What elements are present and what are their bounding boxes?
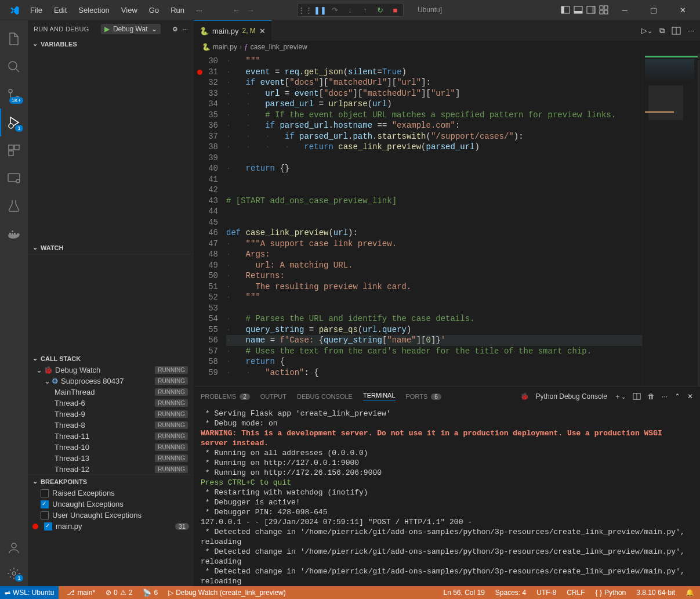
section-breakpoints-header[interactable]: ⌄BREAKPOINTS — [28, 475, 194, 488]
debug-step-over-icon[interactable]: ↷ — [330, 5, 340, 15]
sb-branch[interactable]: ⎇main* — [64, 589, 97, 597]
checkbox[interactable] — [41, 500, 49, 508]
debug-alt-icon[interactable]: ⧉ — [659, 26, 665, 35]
checkbox[interactable] — [41, 511, 49, 519]
debug-settings-icon[interactable]: ⚙ — [172, 26, 178, 33]
start-debug-icon[interactable]: ▶ — [104, 25, 110, 33]
debug-config-select[interactable]: ▶ Debug Wat ⌄ — [101, 24, 161, 34]
terminal-trash-icon[interactable]: 🗑 — [648, 392, 655, 400]
callstack-row[interactable]: Thread-8RUNNING — [28, 420, 194, 431]
panel-tab-debug-console[interactable]: DEBUG CONSOLE — [297, 393, 353, 400]
breakpoint-row[interactable]: User Uncaught Exceptions — [28, 510, 194, 521]
callstack-row[interactable]: Thread-12RUNNING — [28, 464, 194, 475]
editor-tab-main[interactable]: 🐍 main.py 2, M ✕ — [194, 20, 272, 41]
activity-search-icon[interactable] — [0, 53, 28, 81]
breadcrumb-file[interactable]: main.py — [213, 43, 237, 51]
sb-ports[interactable]: 📡6 — [140, 589, 160, 597]
sb-debug-target[interactable]: ▷Debug Watch (create_link_preview) — [166, 589, 288, 597]
terminal-split-icon[interactable] — [633, 392, 641, 400]
terminal-content[interactable]: * Serving Flask app 'create_link_preview… — [194, 406, 700, 586]
checkbox[interactable] — [44, 522, 52, 531]
window-maximize-icon[interactable]: ▢ — [641, 1, 666, 19]
sb-cursor[interactable]: Ln 56, Col 19 — [441, 589, 487, 597]
activity-extensions-icon[interactable] — [0, 136, 28, 164]
callstack-row[interactable]: Thread-13RUNNING — [28, 453, 194, 464]
activity-docker-icon[interactable] — [0, 220, 28, 248]
section-callstack-header[interactable]: ⌄CALL STACK — [28, 352, 194, 365]
debug-drag-icon[interactable]: ⋮⋮ — [300, 5, 310, 15]
menu-more-icon[interactable]: ··· — [191, 3, 207, 17]
panel-tab-output[interactable]: OUTPUT — [260, 393, 286, 400]
cs-name: Thread-13 — [55, 454, 89, 463]
panel-tab-terminal[interactable]: TERMINAL — [363, 392, 396, 401]
menu-go[interactable]: Go — [144, 3, 164, 17]
split-editor-icon[interactable] — [672, 26, 681, 35]
callstack-row[interactable]: MainThreadRUNNING — [28, 387, 194, 398]
callstack-row[interactable]: Thread-9RUNNING — [28, 409, 194, 420]
section-watch-header[interactable]: ⌄WATCH — [28, 241, 194, 254]
panel-close-icon[interactable]: ✕ — [687, 392, 693, 400]
menu-selection[interactable]: Selection — [74, 3, 114, 17]
sb-notifications-icon[interactable]: 🔔 — [683, 589, 697, 597]
run-file-icon[interactable]: ▷⌄ — [641, 26, 652, 35]
activity-settings-icon[interactable]: 1 — [0, 561, 28, 586]
sb-lang[interactable]: { }Python — [593, 589, 629, 597]
terminal-more-icon[interactable]: ··· — [662, 392, 668, 400]
layout-customize-icon[interactable] — [599, 5, 608, 15]
menu-edit[interactable]: Edit — [49, 3, 71, 17]
window-close-icon[interactable]: ✕ — [670, 1, 695, 19]
menu-run[interactable]: Run — [166, 3, 189, 17]
debug-step-into-icon[interactable]: ↓ — [345, 5, 356, 15]
panel-maximize-icon[interactable]: ⌃ — [674, 392, 680, 400]
nav-back-icon[interactable]: ← — [233, 6, 240, 15]
layout-bottom-icon[interactable] — [574, 5, 583, 15]
layout-secondary-icon[interactable] — [586, 5, 596, 15]
activity-account-icon[interactable] — [0, 535, 28, 561]
breakpoint-row[interactable]: Uncaught Exceptions — [28, 499, 194, 510]
activity-debug-icon[interactable]: 1 — [0, 109, 28, 136]
svg-point-10 — [9, 62, 17, 70]
breadcrumb[interactable]: 🐍 main.py › ƒ case_link_preview — [194, 41, 700, 53]
callstack-row[interactable]: Thread-6RUNNING — [28, 398, 194, 409]
panel-tab-ports[interactable]: PORTS6 — [406, 393, 441, 400]
layout-primary-icon[interactable] — [561, 5, 570, 15]
callstack-row[interactable]: ⌄🐞Debug WatchRUNNING — [28, 365, 194, 376]
sb-spaces[interactable]: Spaces: 4 — [493, 589, 528, 597]
tab-close-icon[interactable]: ✕ — [259, 27, 266, 35]
debug-step-out-icon[interactable]: ↑ — [360, 5, 371, 15]
sb-eol[interactable]: CRLF — [564, 589, 587, 597]
callstack-row[interactable]: ⌄⚙Subprocess 80437RUNNING — [28, 376, 194, 387]
terminal-new-icon[interactable]: ＋⌄ — [614, 392, 626, 402]
vscode-logo-icon — [9, 5, 19, 15]
editor-more-icon[interactable]: ··· — [688, 26, 694, 35]
cs-status: RUNNING — [155, 377, 188, 385]
debug-more-icon[interactable]: ··· — [183, 26, 188, 33]
menu-view[interactable]: View — [117, 3, 142, 17]
code-editor[interactable]: 3031323334353637383940414243444546474849… — [194, 53, 700, 386]
callstack-row[interactable]: Thread-11RUNNING — [28, 431, 194, 442]
debug-restart-icon[interactable]: ↻ — [375, 5, 386, 15]
sb-interpreter[interactable]: 3.8.10 64-bit — [634, 589, 677, 597]
breakpoint-row[interactable]: main.py31 — [28, 521, 194, 532]
activity-remote-icon[interactable] — [0, 164, 28, 192]
activity-explorer-icon[interactable] — [0, 25, 28, 53]
minimap[interactable] — [642, 53, 700, 386]
breakpoint-row[interactable]: Raised Exceptions — [28, 488, 194, 499]
checkbox[interactable] — [41, 489, 49, 497]
section-variables-header[interactable]: ⌄VARIABLES — [28, 38, 194, 50]
sb-encoding[interactable]: UTF-8 — [534, 589, 558, 597]
panel-tab-problems[interactable]: PROBLEMS2 — [201, 393, 250, 400]
sb-remote[interactable]: ⇌WSL: Ubuntu — [0, 586, 59, 599]
activity-testing-icon[interactable] — [0, 192, 28, 220]
terminal-name[interactable]: Python Debug Console — [536, 392, 607, 400]
breadcrumb-symbol[interactable]: case_link_preview — [251, 43, 307, 51]
debug-pause-icon[interactable]: ❚❚ — [315, 5, 325, 15]
activity-source-control-icon[interactable]: 1K+ — [0, 81, 28, 109]
callstack-row[interactable]: Thread-10RUNNING — [28, 442, 194, 453]
svg-point-23 — [12, 543, 16, 548]
nav-forward-icon[interactable]: → — [247, 6, 255, 15]
menu-file[interactable]: File — [26, 3, 47, 17]
sb-problems[interactable]: ⊘0 ⚠2 — [103, 589, 135, 597]
window-minimize-icon[interactable]: ─ — [612, 1, 637, 19]
svg-rect-16 — [9, 151, 13, 156]
